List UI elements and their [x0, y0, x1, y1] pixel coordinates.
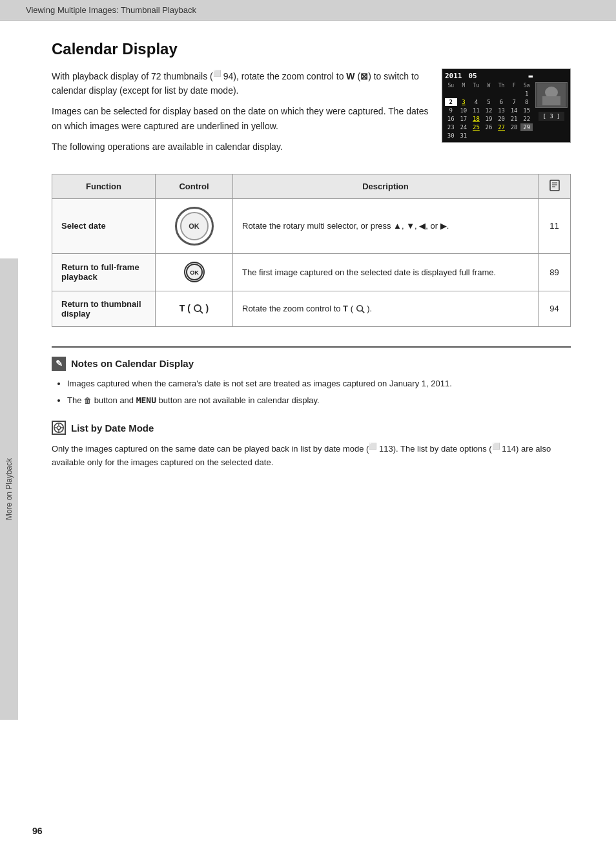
intro-para1-full: With playback display of 72 thumbnails (… — [52, 68, 429, 98]
calendar-box: 2011 05 ▬ Su M Tu W Th F Sa — [442, 68, 571, 143]
note-item-1: Images captured when the camera's date i… — [67, 377, 571, 391]
page-number: 96 — [32, 826, 43, 836]
intro-section: With playback display of 72 thumbnails (… — [52, 68, 571, 161]
cal-month: 05 — [469, 72, 477, 80]
menu-text: MENU — [136, 395, 156, 405]
svg-point-14 — [57, 426, 60, 430]
func-thumbnail: Return to thumbnail display — [52, 291, 156, 326]
main-content: Calendar Display With playback display o… — [0, 21, 616, 489]
svg-text:OK: OK — [190, 269, 199, 276]
func-select-date: Select date — [52, 198, 156, 253]
svg-point-9 — [194, 305, 201, 311]
ref-fullframe: 89 — [539, 253, 571, 291]
table-row: Return to full-frame playback OK The fir… — [52, 253, 571, 291]
notes-list: Images captured when the camera's date i… — [52, 377, 571, 408]
trash-icon: 🗑 — [84, 396, 92, 405]
cal-year: 2011 — [445, 72, 462, 80]
ok-label: OK — [180, 212, 209, 240]
page-title: Calendar Display — [52, 40, 571, 58]
function-table: Function Control Description Select date — [52, 174, 571, 327]
th-function: Function — [52, 174, 156, 198]
sidebar-label: More on Playback — [5, 458, 14, 520]
cal-thumbnail — [535, 82, 568, 108]
day-header-m: M — [458, 82, 470, 89]
listdate-text: Only the images captured on the same dat… — [52, 441, 571, 470]
day-header-sa: Sa — [520, 82, 533, 89]
zoom-icon-desc — [356, 304, 365, 313]
th-description: Description — [233, 174, 539, 198]
ctrl-ok-small: OK — [156, 253, 233, 291]
notes-title: ✎ Notes on Calendar Display — [52, 357, 571, 371]
book-icon — [549, 180, 560, 191]
t-zoom-control: T ( ) — [180, 303, 209, 313]
th-control: Control — [156, 174, 233, 198]
header-bar: Viewing Multiple Images: Thumbnail Playb… — [0, 0, 616, 21]
cal-header: 2011 05 ▬ — [445, 72, 533, 80]
desc-thumbnail: Rotate the zoom control to T ( ). — [233, 291, 539, 326]
cal-battery: ▬ — [528, 72, 533, 80]
svg-line-10 — [200, 311, 203, 313]
ctrl-t-zoom: T ( ) — [156, 291, 233, 326]
ok-button-icon: OK — [184, 262, 205, 282]
listdate-title: List by Date Mode — [52, 421, 571, 435]
cal-grid: Su M Tu W Th F Sa — [445, 82, 533, 140]
ref-thumbnail: 94 — [539, 291, 571, 326]
day-header-f: F — [508, 82, 520, 89]
cal-count: [ 3 ] — [539, 112, 564, 121]
listdate-section: List by Date Mode Only the images captur… — [52, 421, 571, 470]
svg-point-11 — [356, 306, 362, 311]
day-header-tu: Tu — [470, 82, 482, 89]
th-ref — [539, 174, 571, 198]
day-header-su: Su — [445, 82, 457, 89]
svg-line-12 — [362, 311, 364, 313]
listdate-icon — [52, 421, 66, 435]
day-header-w: W — [483, 82, 495, 89]
ok-dial-icon: OK — [175, 207, 214, 246]
desc-select-date: Rotate the rotary multi selector, or pre… — [233, 198, 539, 253]
listdate-heading: List by Date Mode — [71, 423, 154, 434]
table-row: Return to thumbnail display T ( ) Rotate… — [52, 291, 571, 326]
notes-section: ✎ Notes on Calendar Display Images captu… — [52, 346, 571, 408]
svg-rect-2 — [542, 96, 560, 105]
intro-text: With playback display of 72 thumbnails (… — [52, 68, 429, 161]
header-title: Viewing Multiple Images: Thumbnail Playb… — [26, 5, 196, 15]
ctrl-ok-large: OK — [156, 198, 233, 253]
sidebar: More on Playback — [0, 258, 18, 720]
intro-para3: The following operations are available i… — [52, 140, 429, 154]
svg-rect-3 — [550, 180, 559, 191]
desc-fullframe: The first image captured on the selected… — [233, 253, 539, 291]
day-header-th: Th — [495, 82, 508, 89]
table-header-row: Function Control Description — [52, 174, 571, 198]
zoom-icon — [193, 304, 203, 314]
ref-select-date: 11 — [539, 198, 571, 253]
intro-para2: Images can be selected for display based… — [52, 104, 429, 133]
thumbnail-image — [537, 83, 566, 107]
list-date-icon-svg — [53, 421, 65, 434]
note-item-2: The 🗑 button and MENU button are not ava… — [67, 394, 571, 408]
notes-heading: Notes on Calendar Display — [71, 358, 194, 369]
notes-icon: ✎ — [52, 357, 66, 371]
calendar-display: 2011 05 ▬ Su M Tu W Th F Sa — [442, 68, 571, 161]
func-fullframe: Return to full-frame playback — [52, 253, 156, 291]
table-row: Select date OK Rotate the rotary multi s… — [52, 198, 571, 253]
